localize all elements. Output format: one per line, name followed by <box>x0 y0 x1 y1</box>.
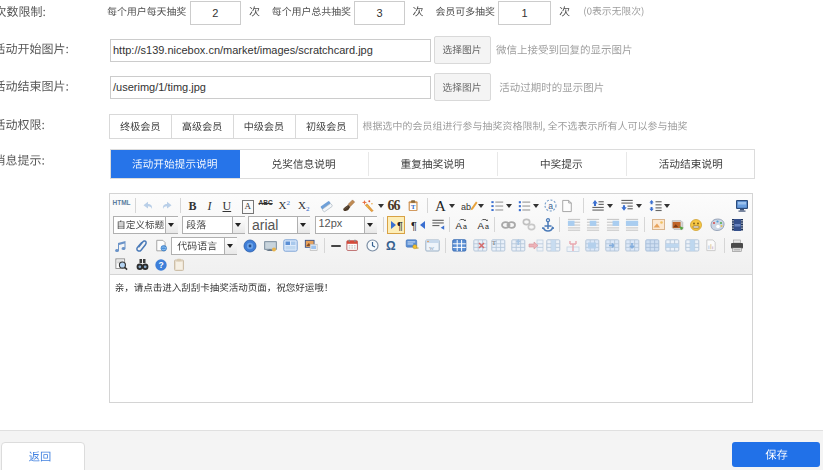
svg-text:a: a <box>484 223 488 230</box>
svg-text:¶: ¶ <box>411 220 417 231</box>
svg-text:ab: ab <box>461 202 471 212</box>
svg-text:A: A <box>477 220 484 231</box>
svg-text:a: a <box>462 223 466 230</box>
svg-text:T: T <box>492 239 496 246</box>
svg-text:a: a <box>548 201 553 211</box>
svg-text:T: T <box>410 202 415 209</box>
svg-text:?: ? <box>159 260 164 270</box>
svg-text:A: A <box>455 220 462 231</box>
svg-text:¶: ¶ <box>397 220 403 231</box>
